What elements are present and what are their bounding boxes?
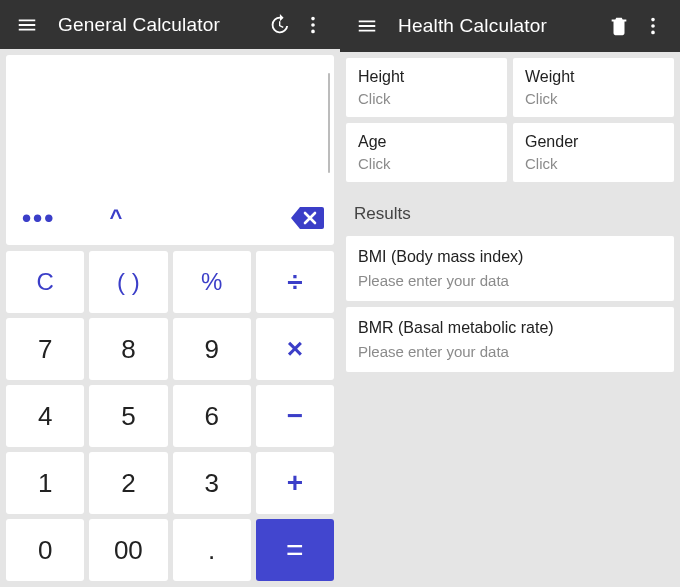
field-age[interactable]: Age Click	[346, 123, 507, 182]
health-calculator-pane: Health Calculator Height Click Weight Cl…	[340, 0, 680, 587]
result-bmi[interactable]: BMI (Body mass index) Please enter your …	[346, 236, 674, 301]
field-gender[interactable]: Gender Click	[513, 123, 674, 182]
result-hint: Please enter your data	[358, 272, 662, 289]
key-2[interactable]: 2	[89, 452, 167, 514]
field-label: Weight	[525, 68, 662, 86]
field-label: Gender	[525, 133, 662, 151]
general-calculator-pane: General Calculator ••• ^	[0, 0, 340, 587]
result-title: BMR (Basal metabolic rate)	[358, 319, 662, 337]
key-dot[interactable]: .	[173, 519, 251, 581]
appbar-health: Health Calculator	[340, 0, 680, 52]
key-paren[interactable]: ( )	[89, 251, 167, 313]
key-plus[interactable]: +	[256, 452, 334, 514]
key-3[interactable]: 3	[173, 452, 251, 514]
delete-icon[interactable]	[602, 9, 636, 43]
key-7[interactable]: 7	[6, 318, 84, 380]
key-multiply[interactable]: ×	[256, 318, 334, 380]
result-hint: Please enter your data	[358, 343, 662, 360]
appbar-general: General Calculator	[0, 0, 340, 49]
key-5[interactable]: 5	[89, 385, 167, 447]
field-value: Click	[525, 90, 662, 107]
menu-icon[interactable]	[350, 9, 384, 43]
backspace-button[interactable]	[280, 205, 324, 231]
function-row: ••• ^	[6, 195, 334, 241]
key-9[interactable]: 9	[173, 318, 251, 380]
field-value: Click	[358, 155, 495, 172]
keypad: C ( ) % ÷ 7 8 9 × 4 5 6 − 1 2 3 + 0 00 .…	[0, 251, 340, 587]
key-1[interactable]: 1	[6, 452, 84, 514]
key-divide[interactable]: ÷	[256, 251, 334, 313]
key-8[interactable]: 8	[89, 318, 167, 380]
more-functions-button[interactable]: •••	[16, 213, 100, 223]
field-value: Click	[525, 155, 662, 172]
field-label: Age	[358, 133, 495, 151]
key-equals[interactable]: =	[256, 519, 334, 581]
calculator-display: ••• ^	[6, 55, 334, 245]
power-button[interactable]: ^	[100, 205, 188, 231]
results-header: Results	[340, 188, 680, 236]
scrollbar-hint	[328, 73, 330, 173]
input-fields: Height Click Weight Click Age Click Gend…	[340, 52, 680, 188]
result-bmr[interactable]: BMR (Basal metabolic rate) Please enter …	[346, 307, 674, 372]
key-percent[interactable]: %	[173, 251, 251, 313]
app-title-general: General Calculator	[58, 14, 262, 36]
field-value: Click	[358, 90, 495, 107]
overflow-icon[interactable]	[296, 8, 330, 42]
field-height[interactable]: Height Click	[346, 58, 507, 117]
overflow-icon[interactable]	[636, 9, 670, 43]
key-0[interactable]: 0	[6, 519, 84, 581]
key-6[interactable]: 6	[173, 385, 251, 447]
history-icon[interactable]	[262, 8, 296, 42]
result-title: BMI (Body mass index)	[358, 248, 662, 266]
field-weight[interactable]: Weight Click	[513, 58, 674, 117]
key-00[interactable]: 00	[89, 519, 167, 581]
field-label: Height	[358, 68, 495, 86]
key-clear[interactable]: C	[6, 251, 84, 313]
menu-icon[interactable]	[10, 8, 44, 42]
key-4[interactable]: 4	[6, 385, 84, 447]
key-minus[interactable]: −	[256, 385, 334, 447]
app-title-health: Health Calculator	[398, 15, 602, 37]
